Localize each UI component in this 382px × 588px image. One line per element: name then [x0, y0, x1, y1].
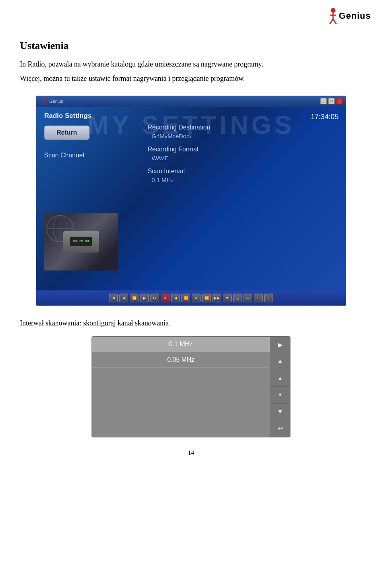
- toolbar-btn-11[interactable]: ▼: [223, 294, 232, 302]
- toolbar-btn-8[interactable]: ★: [192, 294, 201, 302]
- screenshot-container: Genius _ □ × MY SETTINGS 17:34:05 Radio …: [36, 96, 346, 306]
- scan-interval-value: 0.1 MHz: [148, 176, 338, 183]
- interval-item-1[interactable]: 0.05 MHz: [92, 352, 270, 368]
- toolbar-btn-15[interactable]: +: [264, 294, 273, 302]
- toolbar-btn-12[interactable]: △: [233, 294, 242, 302]
- settings-left-panel: Return Scan Channel: [44, 124, 140, 190]
- interval-side-buttons: ▶ ▲ ▲ ▼ ▼ ↩: [270, 337, 290, 437]
- interval-nav-enter[interactable]: ↩: [270, 420, 290, 437]
- toolbar-prev-button[interactable]: ⏮: [109, 294, 118, 302]
- toolbar-btn-10[interactable]: ▶▶: [212, 294, 221, 302]
- toolbar-next-button[interactable]: ⏭: [150, 294, 159, 302]
- toolbar-btn-13[interactable]: —: [244, 294, 252, 302]
- minimize-button[interactable]: _: [320, 98, 327, 104]
- toolbar-record-button[interactable]: ●: [161, 294, 170, 302]
- scan-channel-label: Scan Channel: [44, 152, 140, 159]
- interval-controls: 0.1 MHz 0.05 MHz ▶ ▲ ▲ ▼ ▼ ↩: [92, 337, 290, 437]
- scan-interval-description: Interwał skanowania: skonfiguraj kanał s…: [20, 318, 362, 329]
- titlebar-genius-icon: [39, 97, 47, 105]
- interval-item-0[interactable]: 0.1 MHz: [92, 337, 270, 352]
- toolbar-rewind-button[interactable]: ⏪: [130, 294, 138, 302]
- maximize-button[interactable]: □: [328, 98, 335, 104]
- logo-text: Genius: [339, 11, 371, 21]
- page-content: Ustawienia In Radio, pozwala na wybranie…: [0, 0, 382, 484]
- paragraph-1: In Radio, pozwala na wybranie katalogu g…: [20, 59, 362, 70]
- title-bar: Genius _ □ ×: [36, 96, 346, 107]
- page-number: 14: [20, 449, 362, 468]
- return-button[interactable]: Return: [44, 125, 90, 140]
- bottom-section: Interwał skanowania: skonfiguraj kanał s…: [20, 318, 362, 437]
- interval-list: 0.1 MHz 0.05 MHz: [92, 337, 270, 437]
- radio-screen-text: 100 FM 101: [72, 240, 89, 243]
- scan-interval-widget: 0.1 MHz 0.05 MHz ▶ ▲ ▲ ▼ ▼ ↩: [92, 336, 290, 437]
- recording-destination-row: Recording Destination G:\MyMceDoc\: [148, 124, 338, 139]
- radio-settings-header: Radio Settings: [36, 107, 346, 122]
- radio-screen: 100 FM 101: [70, 237, 92, 246]
- page-title: Ustawienia: [20, 40, 362, 52]
- toolbar-btn-7[interactable]: ⏪: [181, 294, 190, 302]
- title-bar-controls: _ □ ×: [320, 98, 343, 104]
- close-button[interactable]: ×: [336, 98, 343, 104]
- svg-line-10: [45, 103, 47, 105]
- recording-format-row: Recording Format WAVE: [148, 146, 338, 161]
- time-display: 17:34:05: [311, 113, 339, 121]
- toolbar-btn-14[interactable]: □: [254, 294, 263, 302]
- title-bar-logo: Genius: [39, 97, 63, 105]
- recording-format-label: Recording Format: [148, 146, 338, 153]
- toolbar-btn-6[interactable]: ◀: [171, 294, 180, 302]
- recording-destination-value: G:\MyMceDoc\: [148, 133, 338, 139]
- radio-image-placeholder: 100 FM 101: [44, 213, 118, 270]
- interval-nav-down[interactable]: ▼: [270, 387, 290, 404]
- radio-device: 100 FM 101: [63, 231, 99, 253]
- svg-line-4: [333, 19, 336, 24]
- toolbar-btn-9[interactable]: ⏩: [202, 294, 211, 302]
- svg-point-6: [44, 98, 46, 100]
- titlebar-brand: Genius: [49, 99, 63, 104]
- svg-line-9: [43, 103, 45, 105]
- toolbar-forward-button[interactable]: ▶: [140, 294, 149, 302]
- scan-interval-row: Scan Interval 0.1 MHz: [148, 168, 338, 183]
- settings-layout: Return Scan Channel Recording Destinatio…: [36, 122, 346, 196]
- settings-background: MY SETTINGS 17:34:05 Radio Settings Retu…: [36, 107, 346, 290]
- radio-image-area: 100 FM 101: [44, 213, 118, 270]
- recording-destination-label: Recording Destination: [148, 124, 338, 131]
- recording-format-value: WAVE: [148, 155, 338, 161]
- toolbar-back-button[interactable]: ◀: [119, 294, 128, 302]
- settings-right-panel: Recording Destination G:\MyMceDoc\ Recor…: [140, 124, 338, 190]
- interval-spacer: [92, 368, 270, 400]
- svg-line-3: [330, 19, 333, 24]
- interval-nav-down-fast[interactable]: ▼: [270, 404, 290, 420]
- interval-nav-up[interactable]: ▲: [270, 370, 290, 387]
- interval-nav-up-fast[interactable]: ▲: [270, 353, 290, 370]
- bottom-toolbar: ⏮ ◀ ⏪ ▶ ⏭ ● ◀ ⏪ ★ ⏩ ▶▶ ▼ △ — □ +: [36, 290, 346, 306]
- scan-interval-label: Scan Interval: [148, 168, 338, 175]
- interval-nav-play[interactable]: ▶: [270, 337, 290, 353]
- genius-logo-icon: [322, 7, 337, 25]
- paragraph-2: Więcej, można tu także ustawić format na…: [20, 73, 362, 84]
- logo-area: Genius: [322, 7, 371, 25]
